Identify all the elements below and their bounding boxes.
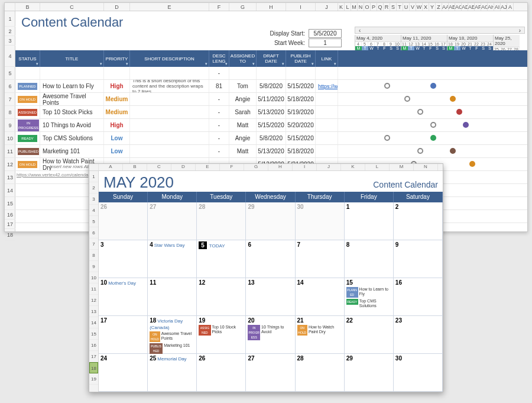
row-number[interactable]: 11	[89, 283, 98, 295]
calendar-day[interactable]: 16	[394, 278, 443, 316]
cell-draft-date[interactable]: 5/8/2020	[257, 80, 286, 92]
column-letter[interactable]: L	[345, 3, 351, 11]
display-start-value[interactable]: 5/5/2020	[309, 29, 342, 38]
column-letter[interactable]: P	[371, 3, 377, 11]
row-number[interactable]: 15	[5, 197, 15, 210]
header-short-description[interactable]: SHORT DESCRIPTION	[130, 50, 209, 67]
source-link[interactable]: https://www.vertex42.com/calenda	[17, 172, 88, 178]
row-number[interactable]: 19	[89, 373, 98, 385]
column-letter[interactable]: AG	[481, 3, 488, 11]
calendar-day[interactable]: 17	[99, 316, 148, 354]
calendar-day[interactable]: 13	[246, 278, 295, 316]
cell-priority[interactable]: Low	[104, 132, 130, 144]
column-letter[interactable]: AC	[455, 3, 462, 11]
column-letter[interactable]: AH	[488, 3, 494, 11]
column-letter[interactable]: Q	[377, 3, 384, 11]
row-number[interactable]: 3	[5, 36, 15, 46]
row-number[interactable]: 17	[89, 351, 98, 362]
cell-description[interactable]	[130, 119, 209, 131]
cell-publish-date[interactable]: 5/18/2020	[286, 145, 316, 157]
calendar-day[interactable]: 24	[99, 354, 148, 392]
cell-assigned[interactable]: Matt	[229, 145, 257, 157]
horizontal-scrollbar[interactable]: ‹ ›	[355, 27, 525, 34]
column-letter[interactable]: I	[286, 3, 316, 11]
column-letter[interactable]: F	[220, 164, 244, 170]
calendar-day[interactable]: 9	[394, 240, 443, 278]
row-number[interactable]: 14	[89, 317, 98, 328]
calendar-event[interactable]: ON HOLDHow to Watch Paint Dry	[297, 325, 342, 336]
column-letter[interactable]: Z	[436, 3, 442, 11]
cell-title[interactable]: Awesome Travel Points	[40, 93, 104, 105]
cell-publish-date[interactable]: 5/15/2020	[286, 132, 316, 144]
column-letter[interactable]: U	[403, 3, 410, 11]
column-letter[interactable]: AJ	[501, 3, 507, 11]
row-number[interactable]: 8	[89, 250, 98, 261]
calendar-day[interactable]: 25Memorial Day	[148, 354, 197, 392]
cell-title[interactable]: Marketing 101	[40, 145, 104, 157]
header-assigned-to[interactable]: ASSIGNED TO	[229, 50, 257, 67]
cell-priority[interactable]: Low	[104, 145, 130, 157]
column-letter[interactable]: A	[99, 164, 123, 170]
column-letter[interactable]: E	[196, 164, 220, 170]
cell-draft-date[interactable]: 5/13/2020	[257, 145, 286, 157]
column-letter[interactable]: B	[15, 3, 40, 11]
column-letter[interactable]: D	[171, 164, 196, 170]
cell-link[interactable]	[316, 119, 338, 131]
calendar-day[interactable]: 18Victoria Day (Canada)ON HOLDAwesome Tr…	[148, 316, 197, 354]
column-letter[interactable]: C	[40, 3, 104, 11]
row-number[interactable]: 12	[5, 158, 15, 171]
cell-description[interactable]	[130, 93, 209, 105]
column-letter[interactable]: G	[229, 3, 257, 11]
cell-description[interactable]	[130, 132, 209, 144]
column-letter[interactable]: K	[341, 164, 365, 170]
cell-draft-date[interactable]: 5/13/2020	[257, 106, 286, 118]
header-title[interactable]: TITLE	[40, 50, 104, 67]
calendar-event[interactable]: IN PROGR ESS10 Things to Avoid	[248, 325, 293, 340]
row-number[interactable]: 1	[89, 171, 98, 182]
cell-description[interactable]	[130, 106, 209, 118]
cell-publish-date[interactable]: 5/19/2020	[286, 106, 316, 118]
cell-publish-date[interactable]: 5/18/2020	[286, 93, 316, 105]
calendar-day[interactable]: 27	[148, 202, 197, 240]
column-letter[interactable]: AI	[494, 3, 501, 11]
column-letter[interactable]: S	[390, 3, 397, 11]
column-letter[interactable]: J	[317, 164, 341, 170]
column-letter[interactable]: AB	[449, 3, 455, 11]
row-number[interactable]: 18	[5, 229, 15, 241]
column-letter[interactable]: A	[507, 3, 514, 11]
column-letter[interactable]: B	[123, 164, 147, 170]
calendar-day[interactable]: 15PLANN EDHow to Learn to FlyREADYTop CM…	[345, 278, 394, 316]
row-number[interactable]: 12	[89, 295, 98, 306]
calendar-day[interactable]: 14	[296, 278, 345, 316]
column-letter[interactable]: AF	[475, 3, 481, 11]
cell-draft-date[interactable]: 5/11/2020	[257, 93, 286, 105]
calendar-event[interactable]: READYTop CMS Solutions	[346, 299, 391, 308]
cell-assigned[interactable]: Sarah	[229, 106, 257, 118]
calendar-day[interactable]: 6	[246, 240, 295, 278]
header-priority[interactable]: PRIORITY	[104, 50, 130, 67]
scroll-left-icon[interactable]: ‹	[355, 27, 364, 33]
row-number[interactable]: 1	[5, 11, 15, 27]
cell-link[interactable]	[316, 132, 338, 144]
cell-link[interactable]	[316, 145, 338, 157]
column-letter[interactable]: O	[364, 3, 371, 11]
calendar-day[interactable]: 29	[246, 202, 295, 240]
row-number[interactable]: 7	[89, 238, 98, 250]
table-row[interactable]: -	[15, 67, 527, 80]
cell-priority[interactable]: Medium	[104, 106, 130, 118]
row-number[interactable]: 6	[5, 80, 15, 93]
calendar-day[interactable]: 30	[394, 354, 443, 392]
calendar-event[interactable]: ASSIG NEDTop 10 Stock Picks	[199, 325, 244, 336]
calendar-day[interactable]: 8	[345, 240, 394, 278]
row-number[interactable]: 6	[89, 227, 98, 238]
header-publish-date[interactable]: PUBLISH DATE	[286, 50, 316, 67]
calendar-day[interactable]: 5TODAY	[197, 240, 246, 278]
cell-link[interactable]	[316, 93, 338, 105]
cell-assigned[interactable]: Angie	[229, 132, 257, 144]
calendar-day[interactable]: 29	[345, 354, 394, 392]
column-letter[interactable]: Y	[429, 3, 436, 11]
column-letter[interactable]: K	[338, 3, 345, 11]
column-letter[interactable]: C	[147, 164, 171, 170]
row-number[interactable]: 7	[5, 93, 15, 106]
calendar-day[interactable]: 21ON HOLDHow to Watch Paint Dry	[296, 316, 345, 354]
